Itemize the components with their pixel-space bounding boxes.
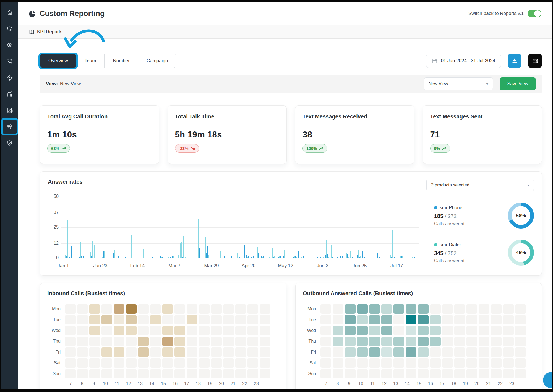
heatmap-hour-label: 8 bbox=[332, 381, 344, 386]
heatmap-cell bbox=[114, 358, 124, 368]
gridline bbox=[61, 197, 419, 197]
tab-number[interactable]: Number bbox=[104, 54, 138, 68]
heatmap-cell bbox=[89, 315, 100, 324]
reports-v1-toggle[interactable] bbox=[528, 10, 541, 17]
heatmap-cell bbox=[260, 315, 270, 324]
save-view-button[interactable]: Save View bbox=[500, 77, 536, 90]
bar-smrtphone bbox=[246, 255, 247, 258]
heatmap-cell bbox=[320, 304, 331, 314]
donut-percent-label: 46% bbox=[512, 243, 530, 262]
bar-smrtphone bbox=[332, 257, 333, 258]
bar-smrtphone bbox=[238, 257, 238, 258]
view-select[interactable]: New View ▾ bbox=[424, 77, 493, 90]
trend-up-icon bbox=[62, 147, 66, 150]
tab-overview[interactable]: Overview bbox=[40, 54, 76, 68]
kpi-card: Total Talk Time 5h 19m 18s -23% bbox=[168, 105, 287, 164]
tab-campaign[interactable]: Campaign bbox=[138, 54, 176, 68]
heatmap-cell bbox=[199, 304, 210, 314]
sidebar-item-calls[interactable] bbox=[3, 54, 17, 68]
heatmap-hours-axis: x7891011121314151617181920212223 bbox=[303, 381, 534, 386]
bar-smrtphone bbox=[251, 257, 252, 258]
sidebar-item-security[interactable] bbox=[3, 136, 17, 150]
heatmap-hour-label: 14 bbox=[401, 381, 413, 386]
heatmap-hour-label: 8 bbox=[76, 381, 88, 386]
app-screen: Custom Reporting Switch back to Reports … bbox=[0, 0, 553, 392]
heatmap-cell bbox=[369, 304, 380, 314]
eye-icon bbox=[6, 42, 13, 48]
bar-smrtphone bbox=[320, 257, 321, 258]
heatmap-cell bbox=[138, 304, 149, 314]
heatmap-cell bbox=[442, 315, 453, 324]
heatmap-cell bbox=[174, 337, 185, 346]
download-button[interactable] bbox=[508, 54, 521, 68]
bar-smrtphone bbox=[68, 257, 68, 258]
bar-smrtdialer bbox=[104, 251, 105, 258]
heatmap-row: Sun bbox=[47, 369, 279, 378]
heatmap-cell bbox=[126, 347, 137, 357]
heatmap-cell bbox=[162, 358, 173, 368]
chat-icon bbox=[6, 25, 13, 32]
bar-smrtphone bbox=[342, 256, 343, 258]
heatmap-cell bbox=[503, 369, 514, 378]
heatmap-cell bbox=[442, 347, 453, 357]
heatmap-day-label: Sun bbox=[303, 371, 320, 376]
sidebar-item-tracking[interactable] bbox=[3, 71, 17, 85]
chevron-down-icon: ▾ bbox=[482, 82, 488, 86]
bar-smrtdialer bbox=[192, 257, 192, 258]
heatmap-cell bbox=[114, 326, 124, 335]
sidebar-item-monitor[interactable] bbox=[3, 38, 17, 52]
heatmap-cell bbox=[345, 369, 356, 378]
heatmap-cell bbox=[65, 347, 76, 357]
heatmap-cell bbox=[162, 326, 173, 335]
heatmap-row: Fri bbox=[47, 347, 279, 357]
sidebar-item-conversations[interactable] bbox=[3, 22, 17, 36]
heatmap-cell bbox=[442, 304, 453, 314]
heatmap-cell bbox=[466, 347, 477, 357]
sidebar-item-analytics[interactable] bbox=[3, 87, 17, 101]
email-report-button[interactable] bbox=[528, 54, 542, 68]
tab-team[interactable]: Team bbox=[76, 54, 105, 68]
breadcrumb-label: KPI Reports bbox=[37, 29, 62, 35]
view-label: View: bbox=[46, 81, 58, 87]
bar-smrtphone bbox=[329, 256, 329, 258]
heatmap-cell bbox=[199, 315, 210, 324]
heatmap-cell bbox=[223, 315, 234, 324]
date-range-picker[interactable]: 01 Jan 2024 - 31 Jul 2024 bbox=[426, 54, 501, 68]
heatmap-cell bbox=[491, 369, 502, 378]
bar-smrtphone bbox=[162, 257, 163, 258]
bar-smrtphone bbox=[181, 253, 181, 258]
heatmap-cell bbox=[369, 358, 380, 368]
heatmap-cell bbox=[150, 337, 161, 346]
heatmap-cell bbox=[114, 315, 124, 324]
heatmap-cell bbox=[491, 337, 502, 346]
heatmap-hour-label: 12 bbox=[122, 381, 135, 386]
heatmap-cell bbox=[223, 326, 234, 335]
heatmap-cell bbox=[187, 358, 197, 368]
heatmap-cell bbox=[211, 337, 222, 346]
heatmap-cell bbox=[345, 315, 356, 324]
heatmap-cell bbox=[430, 304, 441, 314]
kpi-card: Text Messages Received 38 100% bbox=[295, 105, 414, 164]
heatmap-cell bbox=[247, 304, 258, 314]
gridline bbox=[61, 227, 419, 228]
heatmap-cell bbox=[333, 326, 343, 335]
heatmap-cell bbox=[235, 347, 246, 357]
heatmap-cell bbox=[357, 304, 368, 314]
heatmap-cell bbox=[174, 326, 185, 335]
products-select[interactable]: 2 products selected ▾ bbox=[426, 179, 534, 191]
toggle-knob bbox=[534, 10, 541, 17]
sidebar-item-home[interactable] bbox=[3, 6, 17, 19]
sidebar-item-contacts[interactable] bbox=[3, 103, 17, 117]
heatmap-cell bbox=[393, 369, 404, 378]
heatmap-cell bbox=[466, 315, 477, 324]
bar-smrtphone bbox=[401, 256, 402, 258]
sidebar-item-settings-sliders[interactable] bbox=[3, 120, 17, 134]
bar-smrtphone bbox=[361, 256, 361, 258]
heatmap-cell bbox=[503, 337, 514, 346]
heatmap-hour-label: 23 bbox=[250, 381, 262, 386]
kpi-change-badge: 63% bbox=[47, 144, 70, 153]
bar-smrtphone bbox=[394, 257, 395, 258]
heatmap-hour-label: 16 bbox=[169, 381, 181, 386]
heatmap-hour-label: 9 bbox=[88, 381, 100, 386]
bar-smrtdialer bbox=[94, 245, 95, 258]
